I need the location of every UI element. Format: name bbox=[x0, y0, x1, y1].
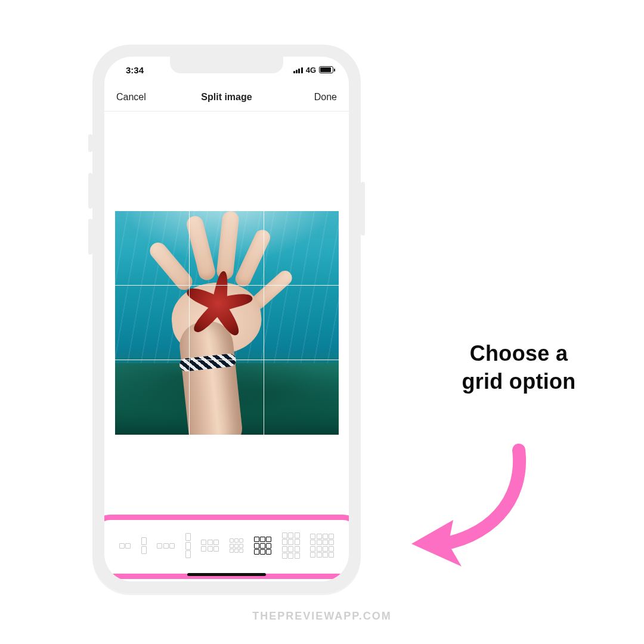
grid-options-bar bbox=[110, 527, 343, 567]
grid-option-3x1[interactable] bbox=[185, 533, 191, 558]
annotation-arrow-icon bbox=[400, 441, 549, 572]
grid-option-2x3[interactable] bbox=[201, 540, 219, 551]
phone-side-button bbox=[361, 182, 365, 236]
cancel-button[interactable]: Cancel bbox=[116, 92, 146, 103]
cellular-signal-icon bbox=[293, 67, 303, 73]
grid-option-4x3[interactable] bbox=[282, 532, 300, 559]
network-type: 4G bbox=[306, 66, 316, 75]
phone-side-button bbox=[88, 134, 92, 152]
phone-mockup-frame: 3:34 4G Cancel Split image Done bbox=[92, 45, 361, 593]
image-canvas-area[interactable] bbox=[104, 112, 349, 522]
grid-option-3x3-small[interactable] bbox=[230, 538, 244, 553]
preview-image bbox=[115, 211, 339, 435]
phone-side-button bbox=[88, 173, 92, 209]
phone-side-button bbox=[88, 219, 92, 255]
starfish-icon bbox=[175, 262, 261, 348]
annotation-line1: Choose a bbox=[429, 340, 608, 368]
battery-icon bbox=[319, 66, 333, 73]
done-button[interactable]: Done bbox=[314, 92, 337, 103]
home-indicator bbox=[187, 573, 266, 576]
annotation-line2: grid option bbox=[429, 368, 608, 396]
annotation-text: Choose a grid option bbox=[429, 340, 608, 396]
grid-option-3x3[interactable] bbox=[254, 537, 272, 555]
grid-option-1x2[interactable] bbox=[119, 543, 131, 549]
status-time: 3:34 bbox=[126, 65, 144, 75]
grid-option-2x1[interactable] bbox=[141, 537, 147, 553]
grid-option-1x3[interactable] bbox=[157, 543, 175, 549]
watermark-text: THEPREVIEWAPP.COM bbox=[0, 610, 644, 623]
nav-bar: Cancel Split image Done bbox=[104, 83, 349, 112]
status-bar: 3:34 4G bbox=[104, 57, 349, 83]
grid-option-4x4[interactable] bbox=[310, 534, 334, 558]
phone-screen: 3:34 4G Cancel Split image Done bbox=[104, 57, 349, 581]
underwater-photo bbox=[115, 211, 339, 435]
status-right: 4G bbox=[293, 66, 333, 75]
